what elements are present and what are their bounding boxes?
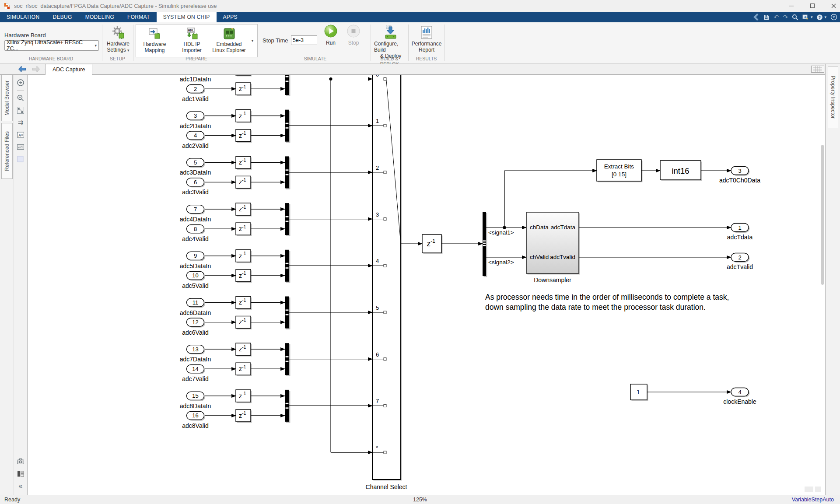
- stop-icon: [346, 24, 360, 38]
- adc-group-3[interactable]: 5adc3DataInz-16adc3Validz-1: [180, 156, 372, 196]
- undo-icon[interactable]: ↶: [774, 14, 779, 21]
- layers-icon[interactable]: [14, 468, 27, 480]
- property-inspector-tab[interactable]: Property Inspector: [828, 66, 838, 128]
- svg-text:adc2DataIn: adc2DataIn: [180, 122, 211, 130]
- back-icon[interactable]: [18, 65, 27, 73]
- title-bar: soc_rfsoc_datacapture/FPGA Data Capture/…: [0, 0, 840, 12]
- model-canvas[interactable]: 1adc1DataInz-12adc1Validz-13adc2DataInz-…: [27, 75, 826, 495]
- svg-text:adc7Valid: adc7Valid: [182, 375, 208, 382]
- svg-text:adc4DataIn: adc4DataIn: [180, 216, 211, 223]
- adc-group-8[interactable]: 15adc8DataInz-116adc8Validz-1: [180, 390, 372, 429]
- channel-select-block[interactable]: 01234567*Channel Select: [366, 75, 422, 490]
- performance-report-button[interactable]: Performance Report: [411, 24, 442, 53]
- svg-text:Extract Bits: Extract Bits: [604, 163, 634, 170]
- svg-text:adc1DataIn: adc1DataIn: [180, 76, 211, 83]
- stop-time-input[interactable]: [291, 35, 317, 45]
- svg-text:As processor needs time in the: As processor needs time in the order of …: [485, 293, 729, 301]
- svg-text:4: 4: [376, 258, 379, 264]
- delay-block[interactable]: z-1: [422, 234, 483, 254]
- model-browser-tab[interactable]: Model Browser: [1, 75, 13, 121]
- hide-palette-icon[interactable]: [14, 77, 27, 89]
- adc-group-2[interactable]: 3adc2DataInz-14adc2Validz-1: [180, 110, 372, 149]
- save-icon[interactable]: [763, 14, 770, 21]
- svg-text:A: A: [18, 133, 21, 137]
- outport-clockEnable[interactable]: 4clockEnable: [723, 388, 756, 406]
- gallery-expand-button[interactable]: ▾: [248, 24, 258, 57]
- tab-format[interactable]: FORMAT: [121, 12, 157, 22]
- help-icon[interactable]: ? ▾: [816, 14, 826, 21]
- hardware-board-select[interactable]: Xilinx Zynq UltraScale+ RFSoC ZC... ▾: [4, 40, 99, 51]
- run-icon: [324, 24, 338, 38]
- tab-apps[interactable]: APPS: [217, 12, 244, 22]
- performance-report-icon: [420, 24, 433, 41]
- viewmark-icon[interactable]: [14, 153, 27, 165]
- collapse-palette-icon[interactable]: «: [14, 480, 27, 492]
- outport-adcTdata[interactable]: 1adcTdata: [727, 224, 753, 241]
- outport-adcT0Ch0Data[interactable]: 3adcT0Ch0Data: [719, 167, 760, 184]
- hardware-mapping-button[interactable]: Hardware Mapping: [136, 24, 173, 57]
- scroll-corner: [805, 486, 813, 492]
- tab-adc-capture[interactable]: ADC Capture: [45, 64, 92, 75]
- section-label-results: RESULTS: [408, 56, 444, 61]
- referenced-files-tab[interactable]: Referenced Files: [1, 123, 13, 179]
- vertical-scrollbar-thumb[interactable]: [821, 145, 824, 285]
- simulink-model-icon: [4, 3, 10, 10]
- minimize-button[interactable]: [788, 3, 794, 9]
- fit-to-view-icon[interactable]: [14, 104, 27, 116]
- extract-bits-block[interactable]: Extract Bits[0 15]: [597, 160, 660, 182]
- model-tab-bar: ADC Capture: [0, 64, 840, 75]
- status-bar: Ready 125% VariableStepAuto: [0, 495, 840, 504]
- section-divider: [371, 24, 371, 61]
- outport-adcTvalid[interactable]: 2adcTvalid: [727, 253, 753, 271]
- section-label-setup: SETUP: [102, 56, 133, 61]
- minimize-ribbon-icon[interactable]: [830, 14, 837, 21]
- adc-group-5[interactable]: 9adc5DataInz-110adc5Validz-1: [180, 250, 372, 289]
- configure-build-deploy-button[interactable]: Configure, Build & Deploy: [374, 24, 407, 59]
- redo-icon[interactable]: ↷: [783, 14, 788, 21]
- signal-routing-icon[interactable]: ⇉: [14, 116, 27, 129]
- svg-text:13: 13: [192, 346, 198, 353]
- hdl-ip-importer-button[interactable]: HDL HDL IP Importer: [173, 24, 210, 57]
- image-icon[interactable]: [14, 141, 27, 153]
- svg-text:adc3DataIn: adc3DataIn: [180, 169, 211, 176]
- section-label-simulate: SIMULATE: [260, 56, 371, 61]
- adc-group-4[interactable]: 7adc4DataInz-18adc4Validz-1: [180, 203, 372, 242]
- annotation-text: As processor needs time in the order of …: [485, 293, 729, 312]
- svg-text:9: 9: [194, 252, 197, 259]
- default-branch-line[interactable]: [329, 77, 372, 452]
- tab-debug[interactable]: DEBUG: [46, 12, 78, 22]
- tab-modeling[interactable]: MODELING: [79, 12, 121, 22]
- adc-group-7[interactable]: 13adc7DataInz-114adc7Validz-1: [180, 343, 372, 382]
- tab-system-on-chip[interactable]: SYSTEM ON CHIP: [157, 12, 217, 22]
- annotation-icon[interactable]: A: [14, 129, 27, 141]
- section-label-prepare: PREPARE: [133, 56, 260, 61]
- svg-text:2: 2: [376, 164, 379, 171]
- svg-text:adc6Valid: adc6Valid: [182, 329, 208, 336]
- svg-text:7: 7: [376, 398, 379, 404]
- embedded-linux-explorer-button[interactable]: Embedded Linux Explorer: [210, 24, 248, 57]
- solver-name[interactable]: VariableStepAuto: [792, 497, 834, 503]
- adc-group-1[interactable]: 1adc1DataInz-12adc1Validz-1: [180, 75, 372, 102]
- adc-group-6[interactable]: 11adc6DataInz-112adc6Validz-1: [180, 297, 372, 336]
- build-deploy-icon: [383, 24, 398, 41]
- constant-block[interactable]: 1: [630, 384, 731, 401]
- toolstrip-tab-band: SIMULATION DEBUG MODELING FORMAT SYSTEM …: [0, 12, 840, 22]
- section-divider: [133, 24, 133, 61]
- svg-text:14: 14: [192, 366, 198, 372]
- left-panel: Model Browser Referenced Files ⇉ A: [0, 75, 27, 495]
- tab-simulation[interactable]: SIMULATION: [0, 12, 46, 22]
- svg-text:11: 11: [192, 299, 199, 306]
- run-button[interactable]: Run: [322, 24, 340, 46]
- hardware-settings-button[interactable]: Hardware Settings ▾: [105, 24, 132, 53]
- hide-toolbar-icon[interactable]: [811, 66, 824, 73]
- downsampler-block[interactable]: chDatachValidadcTdataadcTvalidDownsample…: [526, 212, 731, 284]
- zoom-icon[interactable]: [14, 92, 27, 104]
- search-icon[interactable]: [792, 14, 798, 21]
- svg-text:adc8Valid: adc8Valid: [182, 422, 208, 429]
- close-button[interactable]: [830, 3, 836, 9]
- collapse-chevron-icon[interactable]: [753, 14, 759, 21]
- screenshot-icon[interactable]: [14, 455, 27, 468]
- svg-text:<signal2>: <signal2>: [488, 259, 514, 266]
- favorites-icon[interactable]: ▾: [802, 14, 813, 21]
- maximize-button[interactable]: [809, 3, 816, 9]
